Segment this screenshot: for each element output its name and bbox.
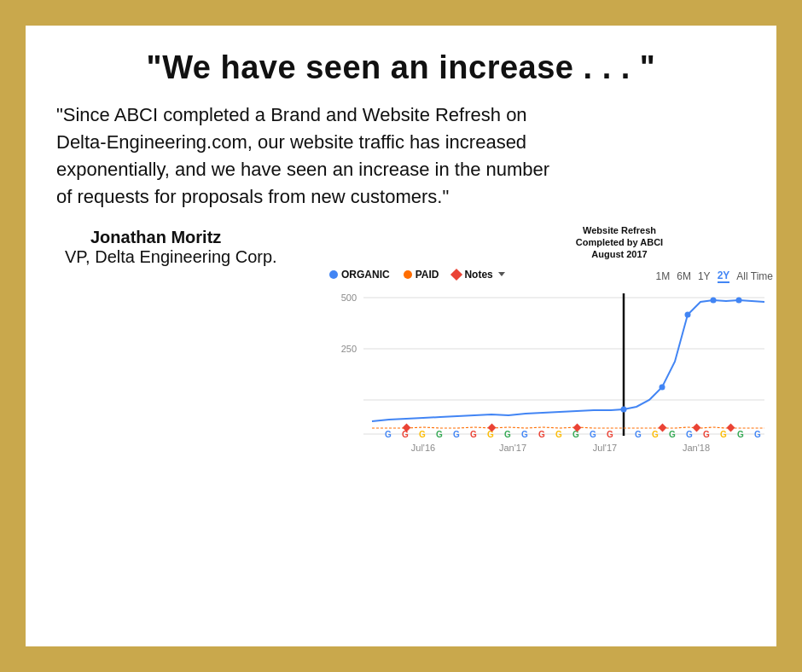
attribution-name: Jonathan Moritz	[90, 228, 329, 247]
headline: "We have seen an increase . . . "	[56, 49, 746, 86]
attribution-title: VP, Delta Engineering Corp.	[65, 247, 329, 267]
chart-annotation: Website Refresh Completed by ABCI August…	[568, 224, 671, 261]
timerange-1m[interactable]: 1M	[656, 270, 671, 282]
legend-paid: PAID	[404, 269, 439, 281]
quote-text: "Since ABCI completed a Brand and Websit…	[56, 101, 551, 211]
svg-text:G: G	[572, 430, 579, 439]
svg-rect-37	[693, 423, 701, 432]
svg-rect-38	[727, 423, 735, 432]
svg-text:G: G	[453, 430, 460, 439]
chart-wrapper: ORGANIC PAID Notes 1M	[329, 269, 773, 473]
svg-text:Jul'16: Jul'16	[411, 443, 435, 453]
svg-text:G: G	[521, 430, 528, 439]
svg-point-41	[685, 311, 691, 317]
svg-text:G: G	[402, 430, 409, 439]
svg-point-40	[660, 384, 665, 390]
svg-text:G: G	[607, 430, 613, 439]
svg-rect-36	[659, 423, 667, 432]
chart-area: Website Refresh Completed by ABCI August…	[329, 224, 773, 473]
notes-diamond-icon	[450, 268, 462, 280]
svg-text:Jul'17: Jul'17	[593, 443, 617, 453]
svg-text:G: G	[504, 430, 511, 439]
main-card: "We have seen an increase . . . " "Since…	[26, 26, 776, 646]
timerange-1y[interactable]: 1Y	[698, 270, 711, 282]
svg-text:G: G	[652, 430, 659, 439]
timerange-2y[interactable]: 2Y	[718, 269, 730, 283]
legend: ORGANIC PAID Notes	[329, 269, 505, 281]
svg-text:G: G	[686, 430, 693, 439]
svg-text:Jan'18: Jan'18	[683, 443, 710, 453]
svg-text:Jan'17: Jan'17	[499, 443, 526, 453]
organic-dot-icon	[329, 270, 338, 279]
notes-chevron-icon	[498, 272, 505, 276]
timerange-6m[interactable]: 6M	[677, 270, 691, 282]
svg-point-42	[711, 297, 717, 303]
svg-text:250: 250	[341, 344, 357, 354]
svg-point-43	[736, 297, 742, 303]
svg-text:G: G	[737, 430, 744, 439]
paid-dot-icon	[404, 270, 412, 279]
svg-text:G: G	[754, 430, 761, 439]
svg-text:G: G	[703, 430, 710, 439]
legend-row: ORGANIC PAID Notes 1M	[329, 269, 773, 284]
svg-text:G: G	[436, 430, 443, 439]
svg-text:G: G	[419, 430, 426, 439]
svg-text:G: G	[720, 430, 727, 439]
timerange-alltime[interactable]: All Time	[736, 270, 773, 282]
svg-text:G: G	[538, 430, 545, 439]
bottom-section: Jonathan Moritz VP, Delta Engineering Co…	[56, 224, 746, 629]
attribution: Jonathan Moritz VP, Delta Engineering Co…	[56, 224, 329, 267]
timerange-selector: 1M 6M 1Y 2Y All Time	[656, 269, 773, 283]
legend-notes[interactable]: Notes	[452, 269, 504, 281]
svg-text:G: G	[590, 430, 596, 439]
svg-text:G: G	[669, 430, 676, 439]
svg-text:G: G	[635, 430, 642, 439]
svg-text:500: 500	[341, 293, 357, 303]
svg-point-39	[621, 406, 627, 412]
svg-text:G: G	[385, 430, 392, 439]
svg-text:G: G	[555, 430, 562, 439]
line-chart: 500 250 Jul'16 Jan'17 Jul'17 Jan'18	[329, 289, 773, 460]
legend-organic: ORGANIC	[329, 269, 390, 281]
svg-text:G: G	[470, 430, 477, 439]
svg-text:G: G	[487, 430, 494, 439]
